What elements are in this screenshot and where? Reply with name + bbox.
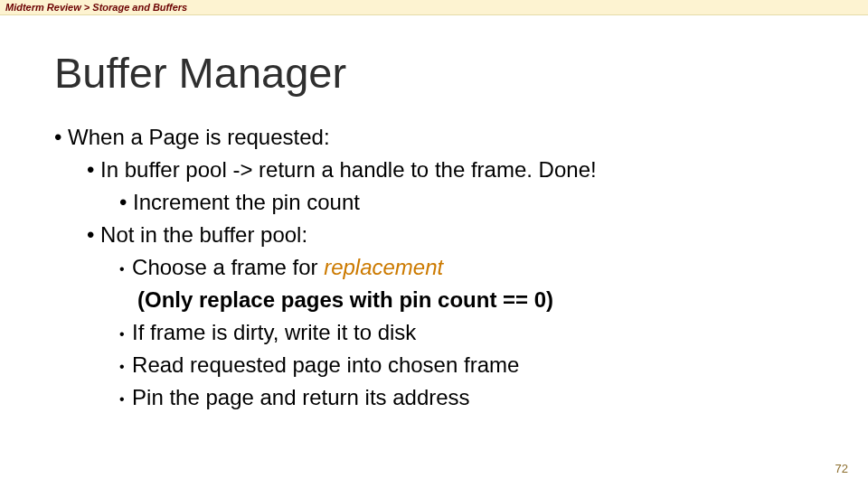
bullet-not-in-pool: Not in the buffer pool:	[54, 219, 814, 251]
breadcrumb: Midterm Review > Storage and Buffers	[0, 0, 868, 15]
bullet-frame-dirty: If frame is dirty, write it to disk	[54, 316, 814, 349]
bullet-pin-return: Pin the page and return its address	[54, 381, 814, 414]
bullet-in-pool: In buffer pool -> return a handle to the…	[54, 154, 814, 186]
bullet-when-requested: When a Page is requested:	[54, 121, 814, 154]
breadcrumb-sep: >	[81, 2, 93, 13]
replacement-emphasis: replacement	[324, 255, 443, 279]
bullet-choose-frame: Choose a frame for replacement	[54, 251, 814, 284]
bullet-increment-pin: Increment the pin count	[54, 186, 814, 219]
bullet-choose-frame-text: Choose a frame for	[132, 255, 324, 279]
page-title: Buffer Manager	[54, 48, 814, 98]
breadcrumb-child: Storage and Buffers	[92, 2, 187, 13]
slide-body: Buffer Manager When a Page is requested:…	[0, 15, 868, 414]
bullet-read-page: Read requested page into chosen frame	[54, 349, 814, 381]
bullet-list: When a Page is requested: In buffer pool…	[54, 121, 814, 414]
bullet-only-replace: (Only replace pages with pin count == 0)	[54, 284, 814, 316]
page-number: 72	[835, 462, 848, 475]
breadcrumb-parent: Midterm Review	[5, 2, 81, 13]
